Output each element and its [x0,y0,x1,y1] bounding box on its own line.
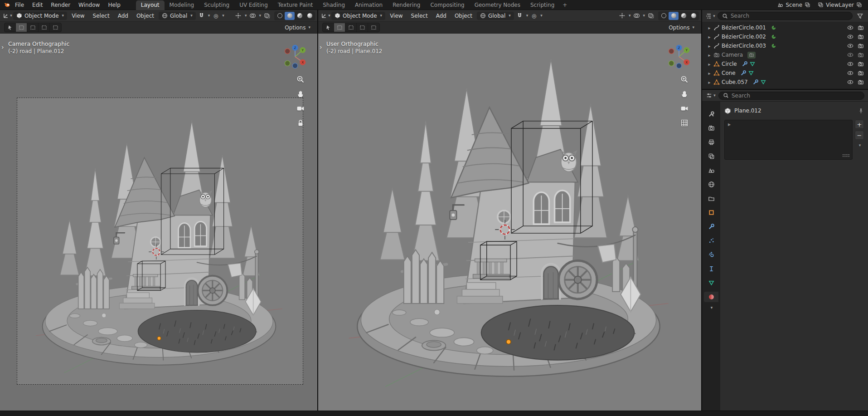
outliner-item-name[interactable]: BézierCircle.001 [722,24,766,31]
gizmo-dropdown[interactable]: ▾ [629,14,631,18]
select-menu[interactable]: Select [89,12,113,20]
ortho-grid-icon[interactable] [680,119,689,127]
show-gizmo-toggle[interactable] [617,11,627,20]
shading-solid-button[interactable] [669,12,679,20]
properties-editor-type-button[interactable]: ▾ [706,91,716,100]
options-dropdown[interactable]: Options▾ [282,24,313,32]
add-workspace-button[interactable]: + [559,0,570,10]
workspace-tab-sculpting[interactable]: Sculpting [199,0,234,10]
editor-type-button[interactable]: ▾ [2,11,12,20]
slot-specials-dropdown[interactable]: ▾ [859,143,861,147]
properties-tab-output[interactable] [704,137,718,147]
outliner-row[interactable]: ▸ BézierCircle.003 [702,41,868,50]
editor-type-button[interactable]: ▾ [320,11,330,20]
proportional-editing-toggle[interactable]: ◎ [211,11,221,20]
new-view-layer-icon[interactable] [856,2,862,8]
remove-slot-button[interactable]: − [855,131,864,140]
transform-orientation-dropdown[interactable]: Global▾ [159,12,196,20]
menu-render[interactable]: Render [47,1,74,9]
select-mode-subtract-button[interactable] [357,23,368,32]
zoom-icon[interactable] [296,75,305,83]
outliner-search-input[interactable] [731,13,848,19]
select-mode-new-button[interactable] [16,23,27,32]
workspace-tab-modeling[interactable]: Modeling [165,0,199,10]
show-overlays-toggle[interactable] [631,11,641,20]
select-mode-intersect-button[interactable] [368,23,379,32]
shading-wireframe-button[interactable] [275,12,285,20]
object-mode-dropdown[interactable]: Object Mode▾ [13,12,67,20]
disable-render-camera-icon[interactable] [858,70,864,76]
hide-viewport-eye-icon[interactable] [847,24,853,31]
camera-view-icon[interactable] [296,104,305,113]
disable-render-camera-icon[interactable] [858,61,864,67]
outliner-item-name[interactable]: Camera [722,52,743,58]
properties-tab-view-layer[interactable] [704,151,718,162]
outliner-row[interactable]: ▸ BézierCircle.002 [702,32,868,41]
collapsed-panel-arrow-icon[interactable]: ▶ [728,122,731,127]
properties-tab-scene[interactable] [704,165,718,176]
outliner-editor-type-button[interactable]: ▾ [705,11,715,20]
shading-wireframe-button[interactable] [659,12,669,20]
object-menu[interactable]: Object [133,12,158,20]
select-mode-extend-button[interactable] [345,23,357,32]
proportional-editing-toggle[interactable]: ◎ [529,11,539,20]
tabs-overflow-icon[interactable]: ▾ [711,306,713,310]
workspace-tab-texture-paint[interactable]: Texture Paint [273,0,318,10]
properties-tab-data[interactable] [704,278,718,288]
options-dropdown[interactable]: Options▾ [666,24,697,32]
menu-help[interactable]: Help [104,1,124,9]
expand-arrow-icon[interactable]: ▸ [707,71,712,76]
properties-tab-material[interactable] [704,292,718,302]
outliner-search[interactable] [718,12,853,20]
proportional-dropdown[interactable]: ▾ [222,14,224,18]
transform-orientation-dropdown[interactable]: Global▾ [477,12,514,20]
disable-render-camera-icon[interactable] [858,52,864,58]
pin-icon[interactable] [858,108,864,114]
menu-edit[interactable]: Edit [29,1,46,9]
hide-viewport-eye-icon[interactable] [847,61,853,67]
add-menu[interactable]: Add [114,12,132,20]
menu-window[interactable]: Window [75,1,103,9]
workspace-tab-animation[interactable]: Animation [350,0,388,10]
properties-tab-render[interactable] [704,123,718,133]
shading-solid-button[interactable] [285,12,295,20]
select-mode-subtract-button[interactable] [39,23,50,32]
object-menu[interactable]: Object [451,12,476,20]
toggle-xray-button[interactable] [646,11,656,20]
properties-search-input[interactable] [732,93,860,99]
menu-file[interactable]: File [11,1,28,9]
navigation-gizmo[interactable] [666,44,692,70]
gizmo-dropdown[interactable]: ▾ [245,14,247,18]
snapping-toggle[interactable] [197,11,207,20]
toolbar-expand-arrow[interactable]: › [1,44,4,51]
snapping-dropdown[interactable]: ▾ [526,14,529,18]
toolbar-expand-arrow[interactable]: › [320,44,322,51]
view-menu[interactable]: View [386,12,406,20]
pan-hand-icon[interactable] [296,90,305,98]
properties-tab-world[interactable] [704,179,718,190]
expand-arrow-icon[interactable]: ▸ [707,34,712,39]
overlays-dropdown[interactable]: ▾ [643,14,645,18]
pan-hand-icon[interactable] [680,90,689,98]
outliner-row[interactable]: ▸ Cube.057 [702,78,868,87]
workspace-tab-uv-editing[interactable]: UV Editing [234,0,273,10]
disable-render-camera-icon[interactable] [858,24,864,31]
outliner-item-name[interactable]: Cone [722,70,736,76]
toggle-xray-button[interactable] [262,11,272,20]
hide-viewport-eye-icon[interactable] [847,34,853,40]
workspace-tab-geometry-nodes[interactable]: Geometry Nodes [470,0,525,10]
shading-rendered-button[interactable] [305,12,315,20]
new-scene-icon[interactable] [805,2,810,8]
workspace-tab-rendering[interactable]: Rendering [388,0,425,10]
3d-viewport-canvas[interactable]: › User Orthographic (-2) road | Plane.01… [318,34,701,411]
workspace-tab-scripting[interactable]: Scripting [525,0,559,10]
expand-arrow-icon[interactable]: ▸ [707,25,712,30]
outliner-item-name[interactable]: BézierCircle.002 [722,34,766,40]
outliner-item-name[interactable]: BézierCircle.003 [722,43,766,49]
hide-viewport-eye-icon[interactable] [847,43,853,49]
select-menu[interactable]: Select [407,12,432,20]
object-mode-dropdown[interactable]: Object Mode▾ [331,12,385,20]
properties-search[interactable] [718,92,864,100]
outliner-row[interactable]: ▸ Circle [702,59,868,69]
snapping-dropdown[interactable]: ▾ [208,14,210,18]
